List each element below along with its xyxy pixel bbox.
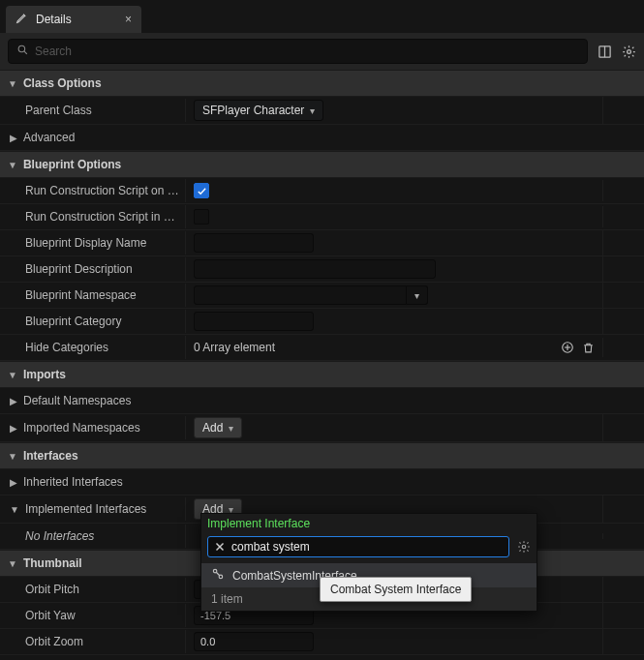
label: Orbit Zoom	[0, 630, 186, 653]
label: Orbit Pitch	[0, 578, 186, 601]
tooltip: Combat System Interface	[320, 577, 472, 602]
label: Run Construction Script in Seq…	[0, 205, 186, 228]
row-default-namespaces[interactable]: ▶ Default Namespaces	[0, 388, 644, 414]
label: Implemented Interfaces	[25, 502, 146, 516]
label: Blueprint Namespace	[0, 284, 186, 307]
row-parent-class: Parent Class SFPlayer Character ▾	[0, 97, 644, 125]
row-inherited-interfaces[interactable]: ▶ Inherited Interfaces	[0, 469, 644, 495]
row-display-name: Blueprint Display Name	[0, 230, 644, 256]
display-name-input[interactable]	[194, 233, 314, 253]
label: Default Namespaces	[23, 394, 131, 407]
label: Run Construction Script on Drag	[0, 179, 186, 202]
parent-class-value: SFPlayer Character	[202, 104, 304, 117]
search-icon	[16, 44, 29, 59]
section-title: Class Options	[23, 76, 102, 90]
popup-search-input[interactable]	[231, 540, 503, 554]
no-interfaces-text: No Interfaces	[0, 525, 186, 548]
row-hide-categories: Hide Categories 0 Array element	[0, 335, 644, 361]
label-parent-class: Parent Class	[0, 99, 186, 122]
interface-icon	[211, 567, 225, 584]
chevron-down-icon[interactable]: ▾	[407, 285, 428, 305]
svg-point-4	[628, 49, 631, 53]
row-description: Blueprint Description	[0, 256, 644, 283]
row-namespace: Blueprint Namespace ▾	[0, 283, 644, 309]
toolbar	[0, 33, 644, 70]
checkbox-run-con-drag[interactable]	[194, 183, 209, 198]
section-title: Imports	[23, 368, 66, 381]
svg-line-13	[216, 572, 220, 576]
svg-point-10	[522, 545, 526, 549]
label: Imported Namespaces	[23, 421, 140, 435]
row-imported-namespaces: ▶ Imported Namespaces Add ▾	[0, 414, 644, 442]
pencil-icon	[15, 12, 28, 27]
label: Orbit Yaw	[0, 604, 186, 627]
button-label: Add	[202, 421, 223, 435]
trash-icon[interactable]	[582, 342, 595, 354]
chevron-down-icon: ▼	[8, 160, 17, 170]
category-input[interactable]	[194, 312, 314, 331]
row-run-con-seq: Run Construction Script in Seq…	[0, 204, 644, 230]
label: Blueprint Display Name	[0, 231, 186, 255]
popup-search-field[interactable]	[207, 536, 509, 557]
label: Blueprint Description	[0, 257, 186, 281]
chevron-down-icon: ▾	[229, 423, 233, 434]
parent-class-dropdown[interactable]: SFPlayer Character ▾	[194, 100, 323, 121]
chevron-down-icon: ▼	[8, 558, 17, 569]
row-run-con-drag: Run Construction Script on Drag	[0, 178, 644, 204]
label: Inherited Interfaces	[23, 475, 123, 489]
chevron-down-icon: ▾	[310, 105, 315, 116]
chevron-down-icon: ▼	[8, 370, 17, 380]
details-tab[interactable]: Details ×	[6, 6, 141, 33]
section-title: Interfaces	[23, 449, 78, 463]
section-interfaces[interactable]: ▼ Interfaces	[0, 442, 644, 469]
chevron-down-icon: ▼	[10, 504, 19, 515]
namespace-input[interactable]	[194, 285, 407, 305]
add-namespace-button[interactable]: Add ▾	[194, 417, 242, 438]
chevron-right-icon: ▶	[10, 423, 17, 434]
label-advanced: Advanced	[23, 131, 75, 144]
section-class-options[interactable]: ▼ Class Options	[0, 70, 644, 97]
add-array-element-icon[interactable]	[561, 341, 574, 354]
chevron-down-icon: ▼	[8, 78, 17, 89]
search-input[interactable]	[35, 45, 579, 58]
row-orbit-zoom: Orbit Zoom 0.0	[0, 629, 644, 655]
chevron-right-icon: ▶	[10, 396, 17, 406]
close-icon[interactable]: ×	[125, 13, 132, 26]
section-blueprint-options[interactable]: ▼ Blueprint Options	[0, 151, 644, 178]
svg-line-1	[24, 51, 27, 54]
label: Hide Categories	[0, 336, 186, 359]
checkbox-run-con-seq[interactable]	[194, 209, 209, 225]
section-title: Thumbnail	[23, 556, 82, 570]
namespace-combo[interactable]: ▾	[194, 285, 428, 305]
tab-title: Details	[36, 13, 72, 26]
clear-search-icon[interactable]	[214, 541, 226, 553]
array-count: 0 Array element	[194, 341, 275, 354]
tab-bar: Details ×	[0, 0, 644, 33]
chevron-down-icon: ▼	[8, 451, 17, 462]
section-imports[interactable]: ▼ Imports	[0, 361, 644, 388]
label: Blueprint Category	[0, 310, 186, 333]
search-field[interactable]	[8, 39, 588, 64]
svg-point-0	[18, 45, 25, 52]
row-category: Blueprint Category	[0, 309, 644, 335]
row-advanced[interactable]: ▶ Advanced	[0, 125, 644, 151]
section-title: Blueprint Options	[23, 158, 121, 171]
gear-icon[interactable]	[517, 540, 531, 554]
orbit-zoom-input[interactable]: 0.0	[194, 632, 314, 651]
description-input[interactable]	[194, 259, 436, 279]
layout-icon[interactable]	[598, 45, 612, 59]
popup-title: Implement Interface	[201, 514, 537, 533]
chevron-right-icon: ▶	[10, 477, 17, 488]
gear-icon[interactable]	[622, 45, 636, 59]
chevron-right-icon: ▶	[10, 133, 17, 143]
